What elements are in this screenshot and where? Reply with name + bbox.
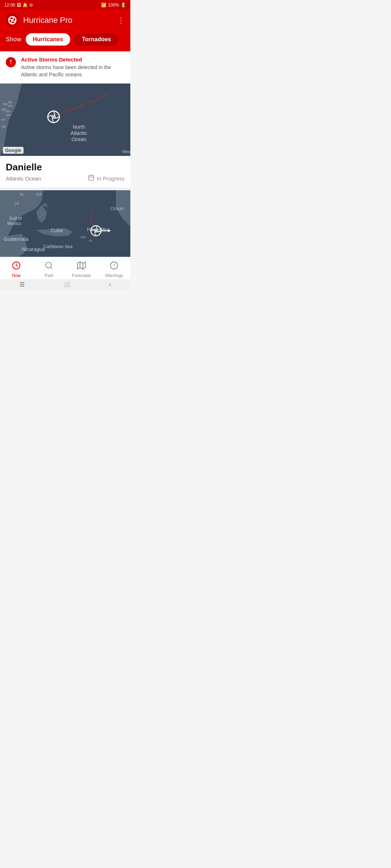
app-header: Hurricane Pro ⋮ [0,10,130,31]
calendar-icon [88,174,94,182]
svg-point-23 [80,236,86,239]
alert-text: Active Storms Detected Active storms hav… [21,56,125,78]
nav-past-label: Past [45,273,53,278]
svg-text:Puerto Rico: Puerto Rico [87,227,110,232]
svg-text:Ocean: Ocean [110,206,124,211]
filter-label: Show [6,36,21,43]
svg-text:Mexico: Mexico [7,221,21,226]
svg-line-47 [51,267,52,269]
app-logo-icon [6,14,19,27]
storm-name: Danielle [6,162,125,173]
map-atlantic[interactable]: NB PE NS ME NH MA NY DE North Atlantic O… [0,84,130,156]
svg-text:Nicaragua: Nicaragua [22,246,45,252]
hurricanes-filter-button[interactable]: Hurricanes [26,33,71,46]
svg-text:PE: PE [8,101,12,104]
status-time: 12:06 🖼 🔔 ⊖ [4,3,33,8]
svg-text:DE: DE [1,125,6,128]
alert-banner: ! Active Storms Detected Active storms h… [0,51,130,84]
home-button[interactable]: ⬜ [64,281,70,287]
svg-text:NS: NS [8,104,13,108]
menu-icon[interactable]: ⋮ [117,16,125,25]
svg-text:NH: NH [6,110,10,113]
svg-rect-18 [89,175,94,180]
svg-text:LA: LA [14,201,19,205]
alert-body: Active storms have been detected in the … [21,64,125,78]
map-icon [77,261,86,272]
svg-point-46 [46,262,51,268]
nav-warnings-label: Warnings [105,273,123,278]
svg-text:North: North [73,124,85,130]
svg-text:NY: NY [1,118,6,122]
map-caribbean-bg: AL GA LA FL Gulf of Mexico Cuba Puerto R… [0,190,130,266]
svg-text:AL: AL [20,192,25,196]
svg-text:Guatemala: Guatemala [4,236,29,242]
svg-text:GA: GA [36,192,42,196]
svg-text:NB: NB [3,102,8,106]
map-caribbean[interactable]: AL GA LA FL Gulf of Mexico Cuba Puerto R… [0,190,130,266]
svg-point-24 [88,240,93,242]
tornadoes-filter-button[interactable]: Tornadoes [75,33,118,46]
svg-text:Atlantic: Atlantic [71,130,87,136]
nav-now-label: Now [12,273,21,278]
nav-past[interactable]: Past [33,257,65,279]
status-bar: 12:06 🖼 🔔 ⊖ 📶 100% 🔋 [0,0,130,10]
map-background: NB PE NS ME NH MA NY DE North Atlantic O… [0,84,130,156]
nav-forecasts-label: Forecasts [72,273,91,278]
system-nav: ☰ ⬜ ‹ [0,279,130,289]
svg-rect-3 [0,84,130,156]
bottom-nav: Now Past Forecasts Warn [0,257,130,279]
storm-status: In Progress [88,174,125,182]
svg-text:MA: MA [6,113,11,117]
back-button[interactable]: ‹ [109,281,111,287]
nav-forecasts[interactable]: Forecasts [65,257,98,279]
alert-icon: ! [6,57,16,67]
svg-text:Gulf of: Gulf of [9,216,22,221]
clock-icon [12,261,21,272]
google-logo: Google [3,147,24,154]
search-icon [45,261,53,272]
svg-text:Cuba: Cuba [51,227,63,233]
svg-marker-48 [77,262,85,269]
nav-warnings[interactable]: Warnings [98,257,130,279]
app-title: Hurricane Pro [23,16,72,25]
nav-now[interactable]: Now [0,257,33,279]
warning-icon [110,261,118,272]
svg-text:Caribbean Sea: Caribbean Sea [43,244,72,249]
svg-text:FL: FL [43,203,48,207]
alert-title: Active Storms Detected [21,56,125,63]
svg-text:Ocean: Ocean [71,136,86,142]
filter-bar: Show Hurricanes Tornadoes [0,31,130,51]
wea-label: Wea [122,149,130,154]
storm-status-label: In Progress [97,175,125,182]
storm-meta: Atlantic Ocean In Progress [6,174,125,182]
storm-card-danielle[interactable]: Danielle Atlantic Ocean In Progress [0,156,130,190]
menu-button[interactable]: ☰ [20,281,25,288]
storm-location: Atlantic Ocean [6,175,41,182]
